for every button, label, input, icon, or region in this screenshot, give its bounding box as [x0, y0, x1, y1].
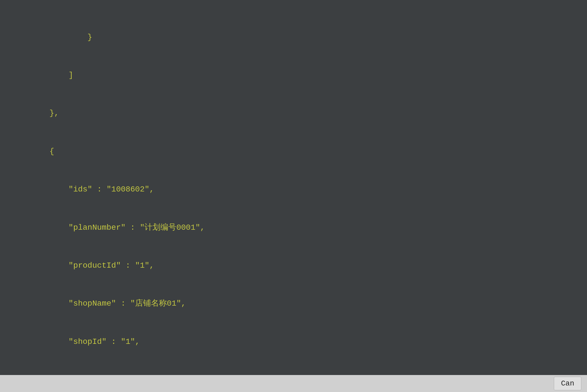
- code-line: },: [11, 107, 576, 120]
- code-line: "shopId" : "1",: [11, 336, 576, 348]
- code-line: "ids" : "1008602",: [11, 183, 576, 196]
- code-content: } ] }, { "ids" : "1008602", "planNumber"…: [11, 6, 576, 375]
- code-line: }: [11, 31, 576, 44]
- can-button[interactable]: Can: [554, 377, 581, 390]
- code-line: ]: [11, 69, 576, 82]
- code-panel: } ] }, { "ids" : "1008602", "planNumber"…: [0, 0, 587, 375]
- code-line: "productId" : "1",: [11, 259, 576, 272]
- code-line: "planNumber" : "计划编号0001",: [11, 221, 576, 234]
- code-line: {: [11, 145, 576, 158]
- code-line: "shopName" : "店铺名称01",: [11, 297, 576, 310]
- bottom-bar: Can: [0, 375, 587, 392]
